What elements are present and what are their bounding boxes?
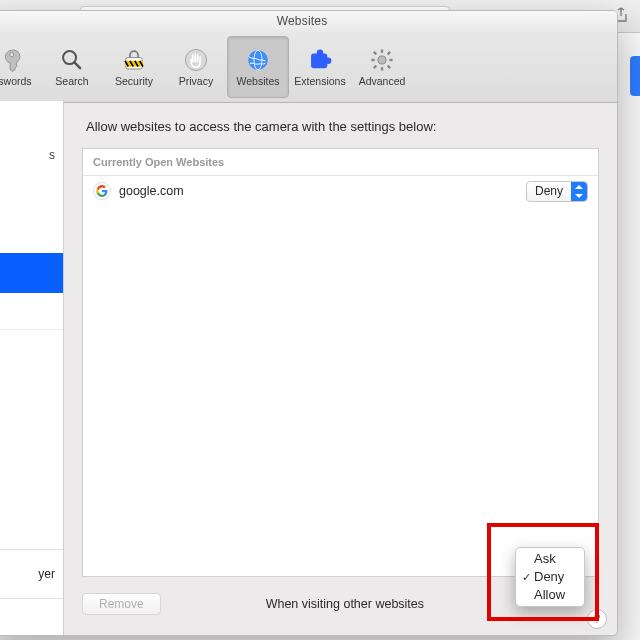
tab-websites[interactable]: Websites bbox=[227, 36, 289, 98]
gear-icon bbox=[369, 47, 395, 73]
category-sidebar: s yer bbox=[0, 101, 64, 635]
svg-point-8 bbox=[325, 58, 332, 65]
sidebar-item[interactable] bbox=[0, 209, 63, 253]
preferences-window: Websites swords Search Security Privacy … bbox=[0, 10, 618, 636]
puzzle-icon bbox=[307, 47, 333, 73]
globe-icon bbox=[245, 47, 271, 73]
sidebar-item[interactable]: s bbox=[0, 137, 63, 173]
tab-privacy[interactable]: Privacy bbox=[165, 36, 227, 98]
tab-search[interactable]: Search bbox=[41, 36, 103, 98]
tab-extensions[interactable]: Extensions bbox=[289, 36, 351, 98]
sidebar-item[interactable] bbox=[0, 293, 63, 329]
permission-dropdown: Ask Deny Allow bbox=[515, 547, 585, 607]
lock-stripe-icon bbox=[121, 47, 147, 73]
key-icon bbox=[2, 47, 28, 73]
tab-label: Privacy bbox=[179, 75, 213, 87]
window-title: Websites bbox=[0, 11, 617, 32]
svg-point-7 bbox=[317, 49, 324, 56]
svg-point-9 bbox=[378, 56, 386, 64]
sidebar-item[interactable] bbox=[0, 101, 63, 137]
remove-button[interactable]: Remove bbox=[82, 593, 161, 615]
sidebar-item[interactable]: yer bbox=[0, 549, 63, 598]
dropdown-option-ask[interactable]: Ask bbox=[520, 550, 580, 568]
websites-list: Currently Open Websites google.com Deny bbox=[82, 148, 599, 577]
tab-label: Advanced bbox=[359, 75, 406, 87]
tab-label: Websites bbox=[237, 75, 280, 87]
sidebar-item-selected[interactable] bbox=[0, 253, 63, 293]
tab-advanced[interactable]: Advanced bbox=[351, 36, 413, 98]
website-row[interactable]: google.com Deny bbox=[83, 176, 598, 206]
website-domain: google.com bbox=[119, 184, 184, 198]
tab-label: Extensions bbox=[294, 75, 345, 87]
sidebar-item[interactable] bbox=[0, 173, 63, 209]
preferences-toolbar: swords Search Security Privacy Websites … bbox=[0, 32, 617, 103]
dropdown-option-allow[interactable]: Allow bbox=[520, 586, 580, 604]
list-header: Currently Open Websites bbox=[83, 149, 598, 176]
google-favicon-icon bbox=[93, 182, 111, 200]
tab-security[interactable]: Security bbox=[103, 36, 165, 98]
tab-label: Search bbox=[55, 75, 88, 87]
permission-select[interactable]: Deny bbox=[526, 181, 588, 202]
instruction-text: Allow websites to access the camera with… bbox=[86, 119, 599, 134]
dropdown-option-deny[interactable]: Deny bbox=[520, 568, 580, 586]
hand-icon bbox=[183, 47, 209, 73]
background-accent bbox=[630, 56, 640, 96]
search-icon bbox=[59, 47, 85, 73]
tab-passwords[interactable]: swords bbox=[0, 36, 41, 98]
chevron-updown-icon bbox=[571, 182, 587, 201]
tab-label: Security bbox=[115, 75, 153, 87]
tab-label: swords bbox=[0, 75, 32, 87]
permission-value: Deny bbox=[535, 184, 563, 198]
other-websites-label: When visiting other websites bbox=[266, 597, 424, 611]
help-button[interactable]: ? bbox=[587, 609, 607, 629]
